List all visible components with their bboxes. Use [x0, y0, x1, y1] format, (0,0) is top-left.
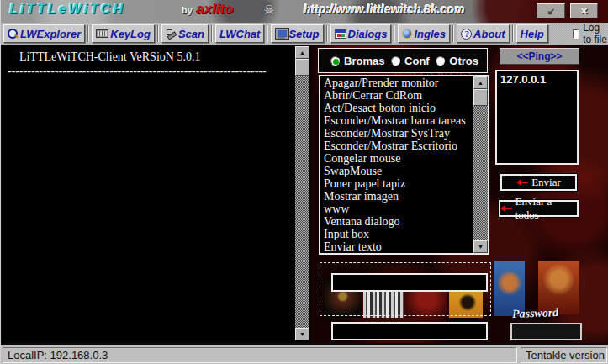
- password-input[interactable]: [510, 323, 582, 340]
- version-status: Tentakle version: [521, 347, 607, 363]
- close-button[interactable]: ✕: [570, 3, 598, 18]
- list-item[interactable]: www: [324, 203, 473, 215]
- title-author: axlito: [196, 1, 233, 18]
- list-item[interactable]: Apagar/Prender monitor: [324, 76, 473, 89]
- title-url: http://www.littlewitch.8k.com: [304, 3, 465, 16]
- title-by-text: by: [182, 5, 193, 15]
- ping-button[interactable]: <<Ping>>: [500, 48, 579, 65]
- radio-label: Conf: [404, 55, 430, 67]
- toolbar-label: About: [473, 28, 505, 40]
- list-item[interactable]: Esconder/Mostrar SysTray: [324, 127, 473, 140]
- radio-otros[interactable]: Otros: [436, 55, 478, 67]
- toolbar-separator: [326, 25, 328, 42]
- list-item[interactable]: Input box: [324, 228, 473, 240]
- password-label: Password: [512, 306, 559, 321]
- scroll-down-icon[interactable]: ▼: [473, 240, 488, 253]
- list-item[interactable]: Ventana dialogo: [324, 215, 473, 228]
- scan-tool-icon: [166, 29, 177, 39]
- local-ip-status: LocalIP: 192.168.0.3: [3, 347, 517, 363]
- log-scrollbar[interactable]: ▲ ▼: [295, 46, 309, 340]
- scroll-down-icon[interactable]: ▼: [295, 328, 309, 340]
- littlewitch-client-window: LiTTLeWiTCH by axlito ☠ http://www.littl…: [0, 0, 608, 364]
- toolbar-label: LWChat: [219, 28, 260, 40]
- toolbar-separator: [267, 25, 268, 42]
- enviar-a-todos-button[interactable]: Enviar a todos: [499, 200, 579, 217]
- list-item[interactable]: Enviar texto: [324, 240, 473, 253]
- toolbar-button-about[interactable]: About: [457, 24, 510, 43]
- command-listbox: Apagar/Prender monitor Abrir/Cerrar CdRo…: [319, 75, 489, 255]
- globe-icon: [402, 29, 412, 39]
- category-radio-group: Bromas Conf Otros: [318, 48, 488, 73]
- scroll-up-icon[interactable]: ▲: [473, 76, 488, 89]
- window-icon: [335, 29, 346, 39]
- toolbar-separator: [394, 25, 395, 42]
- list-item[interactable]: Abrir/Cerrar CdRom: [324, 89, 473, 102]
- scrollbar-track[interactable]: [295, 76, 309, 328]
- log-to-file-group: Log to file: [573, 22, 608, 45]
- enviar-button[interactable]: Enviar: [500, 174, 577, 191]
- red-arrow-icon: [516, 179, 528, 186]
- toolbar-separator: [512, 25, 514, 42]
- toolbar-label: Ingles: [414, 28, 446, 40]
- list-item[interactable]: SwapMouse: [324, 165, 473, 177]
- client-log-text: LiTTLeWiTCH-Client VeRSioN 5.0.1 -------…: [3, 46, 295, 340]
- red-arrow-icon: [500, 205, 512, 212]
- skull-icon: ☠: [263, 3, 274, 18]
- message-input[interactable]: [331, 322, 488, 340]
- toolbar-separator: [452, 25, 454, 42]
- toolbar-label: Scan: [178, 28, 204, 40]
- toolbar-button-dialogs[interactable]: Dialogs: [330, 24, 392, 43]
- toolbar-button-lwexplorer[interactable]: LWExplorer: [3, 24, 85, 43]
- keyboard-icon: [96, 29, 108, 38]
- log-to-file-checkbox[interactable]: [573, 29, 579, 39]
- toolbar-button-keylog[interactable]: KeyLog: [92, 24, 155, 43]
- list-item[interactable]: Mostrar imagen: [324, 190, 473, 203]
- enviar-label: Enviar: [531, 176, 561, 189]
- radio-icon: [391, 56, 400, 66]
- close-icon: ✕: [580, 6, 588, 17]
- computer-icon: [275, 29, 287, 39]
- scrollbar-thumb[interactable]: [473, 89, 488, 106]
- list-item[interactable]: Act/Desact boton inicio: [324, 102, 473, 114]
- command-parameter-input[interactable]: [331, 273, 488, 292]
- toolbar-separator: [87, 25, 89, 42]
- toolbar-button-lwchat[interactable]: LWChat: [215, 24, 264, 43]
- minimize-button[interactable]: ↙: [537, 3, 565, 18]
- radio-label: Bromas: [344, 55, 384, 67]
- list-item[interactable]: Esconder/Mostrar Escritorio: [324, 140, 473, 152]
- toolbar-button-ingles[interactable]: Ingles: [398, 24, 450, 43]
- ip-list-item[interactable]: 127.0.0.1: [500, 73, 577, 86]
- radio-icon: [330, 56, 340, 66]
- main-area: GUNS N'ROSES LiTTLeWiTCH-Client VeRSioN …: [1, 45, 608, 343]
- radio-conf[interactable]: Conf: [391, 55, 430, 67]
- list-item[interactable]: Esconder/Mostrar barra tareas: [324, 114, 473, 127]
- ip-listbox: 127.0.0.1: [495, 70, 579, 165]
- toolbar-button-scan[interactable]: Scan: [161, 24, 209, 43]
- toolbar-label: KeyLog: [110, 28, 151, 40]
- toolbar-button-help[interactable]: Help: [516, 24, 548, 43]
- log-line: LiTTLeWiTCH-Client VeRSioN 5.0.1: [8, 50, 293, 64]
- command-list-scrollbar[interactable]: ▲ ▼: [473, 76, 488, 253]
- radio-icon: [436, 56, 445, 66]
- app-title: LiTTLeWiTCH: [9, 2, 125, 17]
- scrollbar-track[interactable]: [473, 106, 488, 240]
- scrollbar-thumb[interactable]: [295, 59, 309, 76]
- list-item[interactable]: Congelar mouse: [324, 152, 473, 165]
- list-item[interactable]: Poner papel tapiz: [324, 177, 473, 190]
- client-log-panel: LiTTLeWiTCH-Client VeRSioN 5.0.1 -------…: [3, 46, 309, 340]
- toolbar-button-setup[interactable]: Setup: [271, 24, 323, 43]
- question-icon: [461, 29, 472, 40]
- radio-bromas[interactable]: Bromas: [330, 55, 384, 67]
- log-line: ----------------------------------------…: [8, 64, 293, 78]
- toolbar-label: Help: [521, 28, 544, 40]
- toolbar-label: LWExplorer: [20, 28, 81, 40]
- status-bar: LocalIP: 192.168.0.3 Tentakle version: [1, 343, 608, 364]
- toolbar: LWExplorer KeyLog Scan LWChat Setup Dial…: [1, 23, 608, 45]
- scroll-up-icon[interactable]: ▲: [295, 46, 309, 59]
- minimize-icon: ↙: [547, 6, 554, 17]
- command-items: Apagar/Prender monitor Abrir/Cerrar CdRo…: [320, 76, 473, 253]
- enviar-a-todos-label: Enviar a todos: [515, 195, 577, 222]
- toolbar-label: Setup: [288, 28, 319, 40]
- magnifier-icon: [8, 29, 19, 40]
- toolbar-separator: [157, 25, 159, 42]
